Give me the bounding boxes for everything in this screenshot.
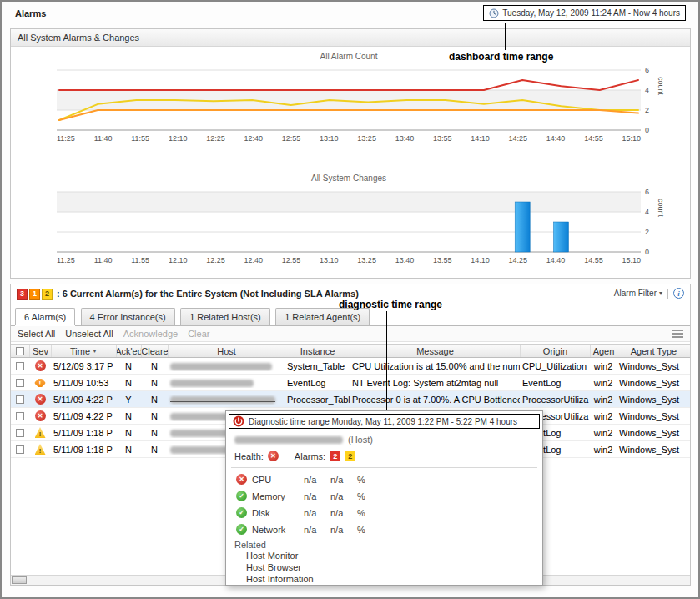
row-checkbox[interactable] [16, 362, 24, 370]
x-tick-label: 12:25 [206, 256, 225, 264]
tab-error-instances[interactable]: 4 Error Instance(s) [81, 308, 175, 325]
table-header: Sev Time▼ Ack'ed Cleare Host Instance Me… [11, 344, 690, 358]
alarms-summary-text: : 6 Current Alarm(s) for the Entire Syst… [57, 289, 359, 299]
severity-icon [35, 394, 46, 405]
dashboard-time-range-selector[interactable]: Tuesday, May 12, 2009 11:24 AM - Now 4 h… [483, 5, 686, 21]
clear-button[interactable]: Clear [188, 329, 209, 339]
tab-related-hosts[interactable]: 1 Related Host(s) [180, 308, 270, 325]
x-tick-label: 12:55 [282, 256, 301, 264]
power-icon [233, 415, 244, 427]
cell-time: 5/11/09 1:18 P [51, 428, 116, 438]
col-sev[interactable]: Sev [29, 345, 51, 357]
x-tick-label: 13:55 [433, 134, 452, 143]
warning-count-badge: 2 [42, 289, 53, 300]
divider [231, 467, 537, 468]
severity-icon [35, 360, 46, 371]
metric-value: n/a [304, 508, 325, 518]
tab-bar: 6 Alarm(s) 4 Error Instance(s) 1 Related… [11, 308, 690, 326]
alarms-dashboard: Alarms Tuesday, May 12, 2009 11:24 AM - … [0, 0, 700, 599]
cell-origin: ProcessorUtiliza [520, 395, 590, 405]
cell-severity [29, 379, 51, 387]
x-tick-label: 13:40 [395, 256, 415, 264]
col-agent[interactable]: Agen [590, 345, 617, 357]
page-title: Alarms [15, 8, 46, 18]
select-all-button[interactable]: Select All [18, 329, 55, 339]
col-message-label: Message [416, 346, 454, 356]
fatal-count-badge: 3 [17, 289, 28, 300]
alarm-filter-control[interactable]: Alarm Filter ▾ i [614, 288, 684, 299]
row-checkbox[interactable] [16, 445, 24, 454]
divider [667, 289, 668, 299]
table-row[interactable]: 5/12/09 3:17 P N N System_Table CPU Util… [11, 358, 690, 375]
host-name-redacted[interactable] [170, 380, 254, 387]
metric-value: n/a [330, 525, 352, 535]
cell-instance: EventLog [285, 378, 350, 388]
system-alarms-changes-panel: All System Alarms & Changes All Alarm Co… [10, 28, 691, 279]
cell-origin: CPU_Utilization [520, 361, 590, 371]
col-origin[interactable]: Origin [520, 345, 590, 357]
cell-check [11, 362, 29, 370]
row-checkbox[interactable] [16, 395, 24, 404]
metric-row-memory: Memory n/a n/a % [236, 491, 542, 501]
col-cleared-label: Cleare [141, 346, 168, 356]
alarm-count-x-axis: 11:2511:4011:5512:1012:2512:4012:5513:10… [57, 134, 641, 143]
table-options-icon[interactable] [672, 330, 683, 340]
host-monitor-link[interactable]: Host Monitor [246, 551, 542, 561]
row-checkbox[interactable] [16, 379, 24, 387]
metric-value: n/a [304, 491, 325, 501]
col-acked[interactable]: Ack'ed [116, 345, 141, 357]
tab-alarms[interactable]: 6 Alarm(s) [15, 308, 75, 325]
sort-desc-icon: ▼ [92, 348, 98, 354]
cell-agent-type: Windows_Syst [617, 428, 690, 438]
table-row[interactable]: 5/11/09 4:22 P Y N Processor_Tabl Proces… [11, 391, 690, 408]
host-browser-link[interactable]: Host Browser [246, 562, 542, 573]
alarm-filter-label[interactable]: Alarm Filter [614, 289, 657, 298]
col-cleared[interactable]: Cleare [141, 345, 168, 357]
cell-time: 5/11/09 4:22 P [51, 395, 116, 405]
col-agent-type[interactable]: Agent Type [617, 345, 690, 357]
x-tick-label: 13:55 [433, 256, 452, 264]
cell-agent: win2 [590, 428, 617, 438]
x-tick-label: 15:10 [622, 134, 641, 143]
cell-check [11, 412, 29, 420]
related-label: Related [234, 540, 542, 550]
select-all-checkbox[interactable] [16, 347, 24, 355]
col-instance[interactable]: Instance [285, 345, 350, 357]
cell-agent-type: Windows_Syst [617, 361, 690, 371]
col-acked-label: Ack'ed [116, 346, 141, 356]
cell-host [168, 378, 285, 388]
network-status-icon [236, 524, 247, 535]
col-instance-label: Instance [300, 346, 335, 356]
scrollbar-thumb[interactable] [12, 576, 27, 584]
metric-label: Network [252, 525, 299, 535]
chevron-down-icon[interactable]: ▾ [659, 289, 662, 297]
cell-agent-type: Windows_Syst [617, 445, 690, 455]
cell-check [11, 395, 29, 404]
host-information-link[interactable]: Host Information [246, 574, 542, 585]
y-tick-label: 6 [645, 66, 649, 74]
cell-cleared: N [141, 445, 168, 455]
col-message[interactable]: Message [350, 345, 520, 357]
unselect-all-button[interactable]: Unselect All [65, 329, 113, 339]
row-checkbox[interactable] [16, 412, 24, 420]
cell-origin: EventLog [520, 378, 590, 388]
table-row[interactable]: 5/11/09 10:53 N N EventLog NT Event Log:… [11, 375, 690, 391]
host-name-redacted[interactable] [170, 363, 272, 370]
cell-message: CPU Utilization is at 15.00% and the num… [350, 361, 520, 371]
tab-related-agents[interactable]: 1 Related Agent(s) [275, 308, 370, 325]
y-tick-label: 2 [645, 106, 649, 114]
col-host[interactable]: Host [168, 345, 285, 357]
x-tick-label: 12:40 [244, 256, 263, 264]
info-icon[interactable]: i [673, 288, 684, 299]
system-changes-y-title: count [657, 199, 665, 217]
col-time[interactable]: Time▼ [51, 345, 116, 357]
host-diagnostic-popup: Diagnostic time range Monday, May 11, 20… [225, 410, 543, 586]
row-checkbox[interactable] [16, 429, 24, 437]
y-tick-label: 4 [645, 86, 649, 94]
metric-row-cpu: CPU n/a n/a % [236, 474, 542, 485]
x-tick-label: 13:10 [320, 134, 339, 143]
cell-host [168, 395, 285, 405]
annotation-line-dashboard [505, 23, 506, 50]
metric-unit: % [357, 525, 365, 535]
acknowledge-button[interactable]: Acknowledge [123, 329, 178, 339]
